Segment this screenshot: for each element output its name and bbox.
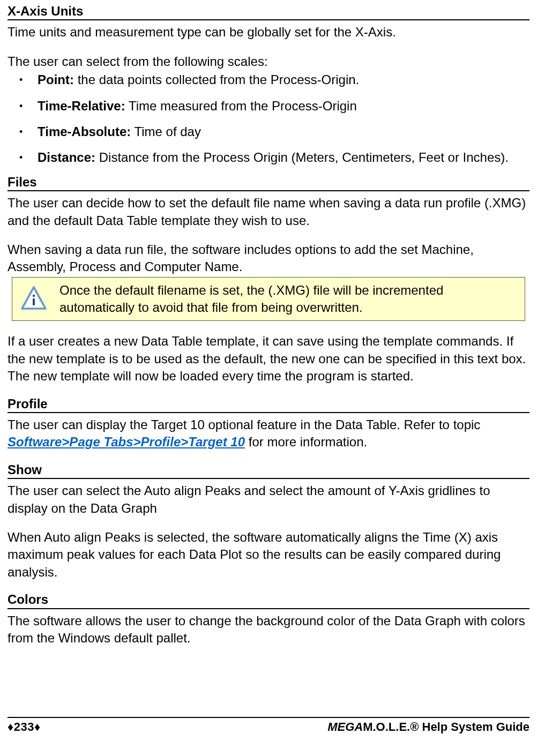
page-footer: ♦233♦ MEGAM.O.L.E.® Help System Guide [8,717,529,734]
xaxis-item-point-label: Point: [38,72,74,87]
note-box: Once the default filename is set, the (.… [12,277,525,321]
xaxis-item-time-absolute: Time-Absolute: Time of day [8,123,529,140]
xaxis-lead: The user can select from the following s… [8,53,529,70]
svg-rect-2 [33,295,35,297]
svg-rect-3 [33,298,35,305]
xaxis-intro: Time units and measurement type can be g… [8,24,529,41]
heading-colors: Colors [8,593,529,609]
files-p2: When saving a data run file, the softwar… [8,241,529,276]
heading-files: Files [8,175,529,191]
xaxis-item-distance-text: Distance from the Process Origin (Meters… [95,150,509,164]
profile-paragraph: The user can display the Target 10 optio… [8,416,529,451]
files-p1: The user can decide how to set the defau… [8,194,529,229]
show-p2: When Auto align Peaks is selected, the s… [8,529,529,581]
note-text: Once the default filename is set, the (.… [59,282,519,317]
footer-page-number: ♦233♦ [8,720,41,734]
show-p1: The user can select the Auto align Peaks… [8,482,529,517]
profile-text-post: for more information. [245,435,367,449]
footer-title: MEGAM.O.L.E.® Help System Guide [327,720,529,734]
heading-show: Show [8,463,529,479]
xaxis-item-time-relative: Time-Relative: Time measured from the Pr… [8,98,529,115]
page-content: X-Axis Units Time units and measurement … [8,4,529,717]
xaxis-item-time-absolute-label: Time-Absolute: [38,124,131,139]
xaxis-item-point-text: the data points collected from the Proce… [74,72,359,87]
xaxis-item-time-relative-text: Time measured from the Process-Origin [125,99,357,113]
colors-p1: The software allows the user to change t… [8,612,529,647]
files-p3: If a user creates a new Data Table templ… [8,333,529,385]
xaxis-item-distance: Distance: Distance from the Process Orig… [8,149,529,166]
xaxis-item-time-relative-label: Time-Relative: [38,99,125,113]
profile-text-pre: The user can display the Target 10 optio… [8,417,480,432]
xaxis-item-point: Point: the data points collected from th… [8,71,529,88]
help-page: X-Axis Units Time units and measurement … [0,0,537,756]
footer-title-bold: MEGA [327,720,363,733]
info-icon [20,285,48,313]
xaxis-bullet-list: Point: the data points collected from th… [8,71,529,167]
xaxis-item-time-absolute-text: Time of day [131,124,201,139]
footer-title-rest: M.O.L.E.® Help System Guide [363,720,529,733]
heading-profile: Profile [8,397,529,413]
xaxis-item-distance-label: Distance: [38,150,95,164]
heading-xaxis-units: X-Axis Units [8,4,529,20]
profile-link-target10[interactable]: Software>Page Tabs>Profile>Target 10 [8,435,245,449]
info-icon-wrap [18,282,50,317]
